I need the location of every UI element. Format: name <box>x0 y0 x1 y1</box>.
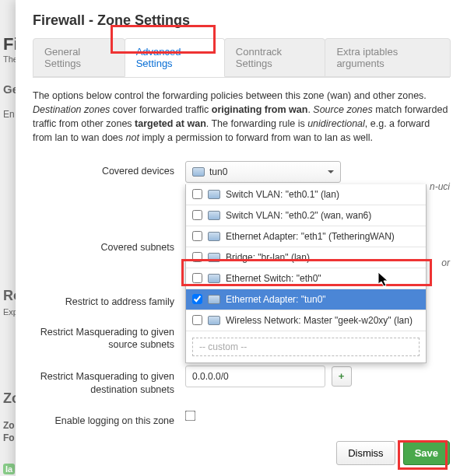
covered-devices-dropdown: Switch VLAN: "eth0.1" (lan) Switch VLAN:… <box>185 184 427 363</box>
label-masq-dst: Restrict Masquerading to given destinati… <box>33 366 185 397</box>
chevron-down-icon <box>328 170 334 177</box>
masq-dst-input[interactable] <box>185 366 325 387</box>
network-adapter-icon <box>208 295 220 304</box>
row-masq-dst: Restrict Masquerading to given destinati… <box>33 366 450 397</box>
add-masq-dst-button[interactable]: + <box>332 366 352 387</box>
option-wireless[interactable]: Wireless Network: Master "geek-w20xy" (l… <box>186 310 426 331</box>
label-covered-devices: Covered devices <box>33 161 185 177</box>
tab-bar: General Settings Advanced Settings Connt… <box>33 38 450 78</box>
label-masq-src: Restrict Masquerading to given source su… <box>33 321 185 352</box>
ethernet-switch-icon <box>208 274 220 283</box>
save-button[interactable]: Save <box>403 441 450 465</box>
bridge-icon <box>208 253 220 262</box>
ethernet-icon <box>208 232 220 241</box>
switch-icon <box>208 211 220 220</box>
tab-extra-iptables[interactable]: Extra iptables arguments <box>325 38 451 77</box>
dismiss-button[interactable]: Dismiss <box>336 441 395 465</box>
modal-title: Firewall - Zone Settings <box>33 12 450 29</box>
option-eth1[interactable]: Ethernet Adapter: "eth1" (TetheringWAN) <box>186 226 426 247</box>
zone-settings-modal: Firewall - Zone Settings General Setting… <box>16 0 467 476</box>
label-covered-subnets: Covered subnets <box>33 237 185 253</box>
option-custom[interactable]: -- custom -- <box>186 331 426 362</box>
option-eth0-1[interactable]: Switch VLAN: "eth0.1" (lan) <box>186 184 426 205</box>
description-text: The options below control the forwarding… <box>33 89 450 145</box>
option-eth0[interactable]: Ethernet Switch: "eth0" <box>186 268 426 289</box>
tab-general[interactable]: General Settings <box>33 38 125 77</box>
label-enable-log: Enable logging on this zone <box>33 411 185 426</box>
wireless-icon <box>208 316 220 325</box>
enable-log-checkbox[interactable] <box>185 411 196 422</box>
switch-icon <box>208 190 220 199</box>
label-restrict-af: Restrict to address family <box>33 292 185 307</box>
row-covered-devices: Covered devices tun0 n-uci Switch VLAN: … <box>33 161 450 183</box>
covered-devices-select[interactable]: tun0 <box>185 161 341 183</box>
row-enable-log: Enable logging on this zone <box>33 411 450 426</box>
tab-conntrack[interactable]: Conntrack Settings <box>224 38 326 77</box>
tab-advanced[interactable]: Advanced Settings <box>125 38 225 77</box>
network-adapter-icon <box>192 167 205 177</box>
option-tun0[interactable]: Ethernet Adapter: "tun0" <box>186 289 426 310</box>
option-eth0-2[interactable]: Switch VLAN: "eth0.2" (wan, wan6) <box>186 205 426 226</box>
option-br-lan[interactable]: Bridge: "br-lan" (lan) <box>186 247 426 268</box>
modal-footer: Dismiss Save <box>336 441 450 465</box>
